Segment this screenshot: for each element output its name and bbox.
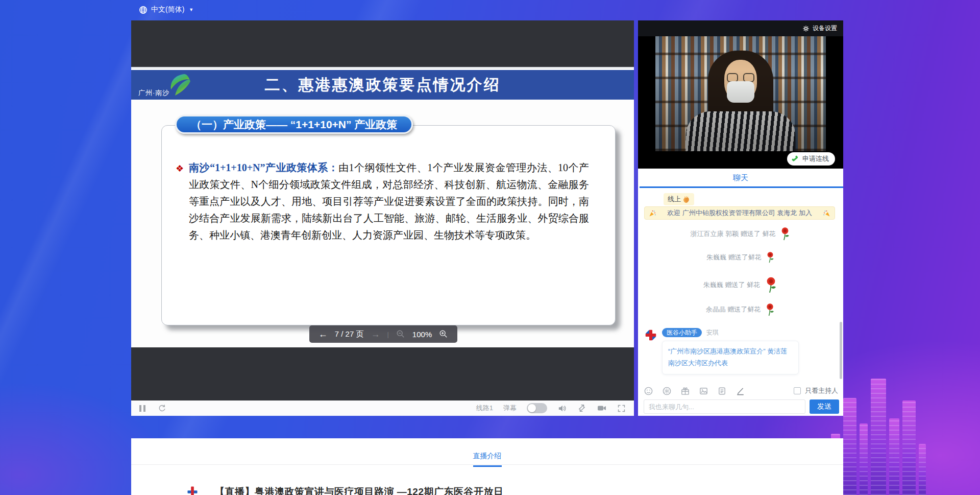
only-host-checkbox[interactable]	[794, 387, 801, 394]
clap-emoji	[682, 196, 690, 203]
footer-title-row: 【直播】粤港澳政策宣讲与医疗项目路演 —122期广东医谷开放日	[186, 485, 503, 495]
gift-message: 浙江百立康 郭颖 赠送了 鲜花	[638, 227, 843, 241]
welcome-banner: 欢迎 广州中铂股权投资管理有限公司 袁海龙 加入	[644, 206, 835, 220]
phone-icon	[791, 155, 799, 163]
gift-icon[interactable]	[680, 386, 690, 396]
chevron-down-icon: ▼	[189, 7, 193, 12]
host-message: 医谷小助手 安琪 “广州市南沙区惠港惠澳政策宣介” 黄洁莲 南沙区大湾区办代表	[644, 328, 799, 374]
pause-button[interactable]	[139, 405, 145, 412]
sidebar-panel: 设备设置 申请连线 聊天	[638, 20, 843, 416]
pen-icon[interactable]	[736, 386, 745, 396]
host-message-bubble: “广州市南沙区惠港惠澳政策宣介” 黄洁莲 南沙区大湾区办代表	[662, 341, 799, 374]
host-name: 安琪	[706, 329, 719, 336]
gift-message: 朱巍巍 赠送了鲜花	[638, 251, 843, 263]
slide-body-lead: 南沙“1+1+10+N”产业政策体系：	[189, 162, 338, 173]
previous-page-button[interactable]: ←	[318, 329, 328, 340]
city-skyline	[827, 372, 980, 495]
tab-live-intro[interactable]: 直播介绍	[473, 452, 502, 467]
zoom-out-button[interactable]	[396, 329, 405, 339]
slide-header-band: 二、惠港惠澳政策要点情况介绍 广州·南沙	[131, 70, 634, 100]
rose-emoji	[765, 303, 775, 316]
chat-tab-underline	[640, 186, 843, 188]
host-badge: 医谷小助手	[662, 328, 702, 337]
volume-icon[interactable]	[557, 404, 567, 413]
nansha-logo-text: 广州·南沙	[138, 88, 169, 98]
stream-swap-icon[interactable]	[577, 404, 586, 413]
request-connect-label: 申请连线	[802, 154, 829, 163]
tab-chat[interactable]: 聊天	[733, 173, 748, 183]
chat-messages: 线上 欢迎 广州中铂股权投资管理有限公司 袁海龙 加入	[638, 190, 843, 384]
danmaku-toggle[interactable]	[527, 403, 547, 413]
pager-divider: |	[387, 331, 388, 338]
welcome-banner-text: 欢迎 广州中铂股权投资管理有限公司 袁海龙 加入	[667, 208, 812, 218]
only-host-label: 只看主持人	[805, 386, 838, 395]
slide-title: 二、惠港惠澳政策要点情况介绍	[131, 70, 634, 100]
flower-icon[interactable]	[662, 386, 672, 396]
rose-emoji	[766, 251, 775, 263]
diamond-bullet-icon: ❖	[176, 160, 184, 177]
line-selector[interactable]: 线路1	[476, 404, 493, 413]
slide-pager: ← 7 / 27 页 → | 100%	[309, 325, 457, 343]
gear-icon	[802, 25, 810, 32]
chat-header: 聊天	[638, 169, 843, 188]
presentation-slide: 二、惠港惠澳政策要点情况介绍 广州·南沙 （一）产业政策—— “1+1+10+N…	[131, 67, 634, 347]
page-indicator: 7 / 27 页	[335, 329, 364, 339]
language-label: 中文(简体)	[151, 5, 184, 14]
chat-panel: 聊天 线上 欢迎 广州中铂股权投资管理有限公司 袁海龙 加入	[638, 169, 843, 416]
party-popper-icon	[649, 209, 656, 217]
nansha-swoosh-icon	[169, 73, 193, 97]
refresh-button[interactable]	[158, 404, 166, 413]
medical-valley-logo	[186, 485, 199, 495]
device-settings-button[interactable]: 设备设置	[813, 24, 837, 33]
notes-icon[interactable]	[717, 386, 727, 396]
zoom-level: 100%	[412, 330, 432, 339]
danmaku-label: 弹幕	[503, 404, 517, 413]
medical-cross-avatar	[644, 328, 657, 342]
request-connect-button[interactable]: 申请连线	[787, 152, 835, 166]
chat-input[interactable]	[644, 399, 805, 414]
video-topbar: 设备设置	[638, 20, 843, 36]
globe-icon	[139, 6, 148, 14]
zoom-in-button[interactable]	[439, 329, 448, 339]
presenter-video: 设备设置 申请连线	[638, 20, 843, 169]
rose-emoji	[764, 276, 778, 293]
rose-emoji	[779, 227, 791, 241]
party-popper-icon	[823, 209, 830, 217]
gift-message: 朱巍巍 赠送了 鲜花	[638, 276, 843, 293]
presenter-scene	[655, 36, 826, 151]
live-intro-section: 直播介绍 【直播】粤港澳政策宣讲与医疗项目路演 —122期广东医谷开放日	[131, 438, 843, 495]
live-title: 【直播】粤港澳政策宣讲与医疗项目路演 —122期广东医谷开放日	[215, 485, 503, 495]
next-page-button[interactable]: →	[371, 329, 380, 340]
fullscreen-icon[interactable]	[617, 404, 626, 413]
chat-toolbar: 只看主持人	[644, 385, 838, 397]
gift-message: 余晶晶 赠送了鲜花	[638, 303, 843, 316]
slide-section-pill: （一）产业政策—— “1+1+10+N” 产业政策	[175, 115, 413, 134]
chat-input-row: 发送	[644, 399, 839, 414]
footer-tabs: 直播介绍	[131, 438, 843, 465]
player-control-bar: 线路1 弹幕	[131, 400, 634, 416]
camera-icon[interactable]	[597, 403, 607, 413]
chat-scrollbar[interactable]	[840, 322, 842, 379]
slide-player: 二、惠港惠澳政策要点情况介绍 广州·南沙 （一）产业政策—— “1+1+10+N…	[131, 20, 634, 416]
language-selector[interactable]: 中文(简体) ▼	[139, 5, 193, 14]
slide-body-paragraph: 由1个纲领性文件、1个产业发展资金管理办法、10个产业政策文件、N个细分领域政策…	[189, 162, 589, 241]
image-icon[interactable]	[699, 386, 708, 396]
webinar-page: 中文(简体) ▼ 二、惠港惠澳政策要点情况介绍 广州·南沙 （一）产业政策—— …	[0, 0, 980, 495]
send-button[interactable]: 发送	[810, 399, 839, 414]
nansha-logo: 广州·南沙	[135, 72, 202, 99]
slide-body-text: ❖南沙“1+1+10+N”产业政策体系：由1个纲领性文件、1个产业发展资金管理办…	[176, 159, 589, 244]
emoji-icon[interactable]	[644, 386, 653, 396]
chat-message: 线上	[664, 193, 694, 205]
